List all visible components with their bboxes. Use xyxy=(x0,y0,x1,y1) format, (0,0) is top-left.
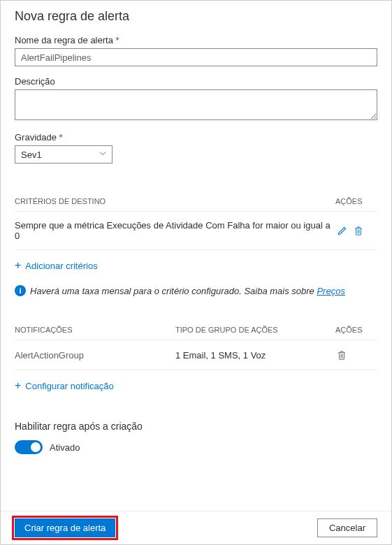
notif-header-name: NOTIFICAÇÕES xyxy=(15,320,175,340)
info-icon: i xyxy=(15,285,26,296)
notification-row: AlertActionGroup 1 Email, 1 SMS, 1 Voz xyxy=(15,340,377,370)
footer: Criar regra de alerta Cancelar xyxy=(1,511,391,544)
configure-notification-label: Configurar notificação xyxy=(25,381,113,391)
configure-notification-button[interactable]: + Configurar notificação xyxy=(15,370,377,401)
plus-icon: + xyxy=(15,380,21,391)
pricing-info-text: Haverá uma taxa mensal para o critério c… xyxy=(30,286,345,296)
alert-name-input[interactable] xyxy=(15,48,377,66)
notification-type: 1 Email, 1 SMS, 1 Voz xyxy=(175,350,335,361)
add-criteria-label: Adicionar critérios xyxy=(25,261,97,271)
panel-title: Nova regra de alerta xyxy=(15,9,377,24)
criteria-header: CRITÉRIOS DE DESTINO xyxy=(15,191,335,211)
criteria-row: Sempre que a métrica Execuções de Ativid… xyxy=(15,212,377,250)
alert-name-label: Nome da regra de alerta xyxy=(15,35,377,45)
enable-rule-title: Habilitar regra após a criação xyxy=(15,421,377,432)
criteria-text: Sempre que a métrica Execuções de Ativid… xyxy=(15,220,335,241)
criteria-actions-header: AÇÕES xyxy=(335,191,377,211)
pricing-link[interactable]: Preços xyxy=(317,286,344,296)
edit-icon[interactable] xyxy=(335,224,348,237)
delete-icon[interactable] xyxy=(335,349,348,361)
create-alert-button[interactable]: Criar regra de alerta xyxy=(15,518,115,537)
cancel-button[interactable]: Cancelar xyxy=(317,518,377,537)
notif-header-type: TIPO DE GRUPO DE AÇÕES xyxy=(175,320,335,340)
description-textarea[interactable] xyxy=(15,89,377,120)
add-criteria-button[interactable]: + Adicionar critérios xyxy=(15,250,377,281)
enable-toggle[interactable] xyxy=(15,440,43,454)
toggle-knob xyxy=(31,442,41,452)
description-label: Descrição xyxy=(15,76,377,87)
notification-name: AlertActionGroup xyxy=(15,350,175,361)
enable-toggle-label: Ativado xyxy=(50,442,80,453)
severity-label: Gravidade xyxy=(15,132,377,143)
notif-header-actions: AÇÕES xyxy=(335,320,377,340)
severity-select[interactable]: Sev1 xyxy=(15,145,112,164)
delete-icon[interactable] xyxy=(352,224,365,237)
plus-icon: + xyxy=(15,260,21,271)
